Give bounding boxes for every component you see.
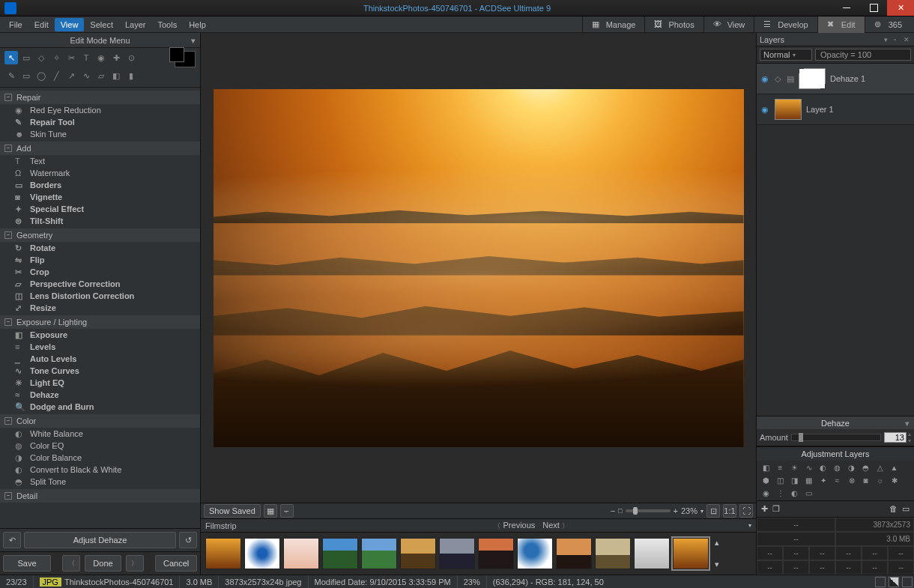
menu-edit[interactable]: Edit — [28, 18, 55, 31]
adjustment-icon[interactable]: ≡ — [774, 462, 787, 473]
show-saved-button[interactable]: Show Saved — [204, 504, 261, 518]
section-repair[interactable]: −Repair — [0, 91, 200, 104]
delete-layer-icon[interactable]: 🗑 — [889, 504, 898, 514]
menu-layer[interactable]: Layer — [119, 18, 152, 31]
adjustment-icon[interactable]: ◓ — [859, 462, 872, 473]
amount-spinner-icon[interactable]: ▴▾ — [908, 431, 911, 444]
tool-text[interactable]: TText — [0, 155, 200, 167]
layer-row[interactable]: ◉◇▤Dehaze 1 — [757, 64, 914, 94]
mode-manage[interactable]: ▦Manage — [582, 16, 645, 33]
mode-365[interactable]: ⊚365 — [865, 16, 911, 33]
mode-develop[interactable]: ☰Develop — [754, 16, 817, 33]
filmstrip-prev[interactable]: 〈 Previous — [494, 521, 535, 531]
filmstrip-thumb[interactable] — [439, 538, 475, 569]
adjustment-icon[interactable]: ▭ — [802, 488, 815, 499]
status-icon-1[interactable] — [875, 577, 886, 587]
adjustment-icon[interactable]: ⋮ — [774, 488, 787, 499]
adjustment-icon[interactable]: ◨ — [788, 475, 801, 486]
save-button[interactable]: Save — [3, 555, 51, 572]
image-canvas[interactable] — [214, 89, 744, 447]
duplicate-layer-icon[interactable]: ❐ — [772, 504, 780, 514]
adjustment-icon[interactable]: ∿ — [802, 462, 815, 473]
tool-arrow[interactable]: ↗ — [64, 69, 78, 82]
prev-button[interactable]: 〈 — [62, 555, 80, 572]
visibility-eye-icon[interactable]: ◉ — [761, 105, 770, 115]
reset-button[interactable]: ↺ — [179, 532, 197, 548]
section-add[interactable]: −Add — [0, 142, 200, 155]
adjustment-icon[interactable]: ⬢ — [760, 475, 772, 486]
filmstrip-thumb[interactable] — [361, 538, 397, 569]
tool-curve[interactable]: ∿ — [79, 69, 93, 82]
tool-rect[interactable]: ▭ — [19, 69, 33, 82]
panel-menu-icon[interactable]: ▫ — [894, 36, 901, 43]
tool-heal[interactable]: ✚ — [109, 51, 123, 64]
filmstrip-thumb[interactable] — [322, 538, 358, 569]
tool-line[interactable]: ╱ — [49, 69, 63, 82]
filmstrip-thumb[interactable] — [673, 538, 709, 569]
filmstrip-thumb[interactable] — [244, 538, 280, 569]
zoom-in-icon[interactable]: + — [674, 506, 678, 515]
menu-help[interactable]: Help — [183, 18, 212, 31]
tool-color-balance[interactable]: ◑Color Balance — [0, 452, 200, 464]
filmstrip-thumb[interactable] — [634, 538, 670, 569]
adjustment-icon[interactable]: ☀ — [788, 462, 801, 473]
tool-tone-curves[interactable]: ∿Tone Curves — [0, 365, 200, 377]
tool-light-eq[interactable]: ☀Light EQ — [0, 377, 200, 389]
section-geometry[interactable]: −Geometry — [0, 228, 200, 242]
tool-auto-levels[interactable]: ⎯Auto Levels — [0, 353, 200, 365]
adjustment-icon[interactable]: ◉ — [760, 488, 772, 499]
tool-brush[interactable]: ✎ — [4, 69, 18, 82]
filmstrip-thumb[interactable] — [595, 538, 631, 569]
cancel-button[interactable]: Cancel — [155, 555, 197, 572]
adjustment-icon[interactable]: △ — [874, 462, 886, 473]
filmstrip-thumb[interactable] — [556, 538, 592, 569]
tool-skin-tune[interactable]: ☻Skin Tune — [0, 128, 200, 140]
mode-photos[interactable]: 🖼Photos — [644, 16, 703, 33]
dehaze-section-header[interactable]: Dehaze — [757, 416, 914, 429]
menu-view[interactable]: View — [55, 18, 85, 31]
tool-redeye[interactable]: ◉ — [94, 51, 108, 64]
undo-button[interactable]: ↶ — [3, 532, 21, 548]
adjustment-icon[interactable]: ≈ — [831, 475, 844, 486]
tool-convert-to-black-white[interactable]: ◐Convert to Black & White — [0, 464, 200, 476]
canvas-area[interactable] — [201, 33, 756, 503]
tool-special-effect[interactable]: ✦Special Effect — [0, 203, 200, 215]
tool-crop[interactable]: ✂ — [64, 51, 78, 64]
adjustment-icon[interactable]: ◍ — [831, 462, 844, 473]
adjustment-icon[interactable]: ⊗ — [845, 475, 858, 486]
adjustment-icon[interactable]: ◙ — [859, 475, 872, 486]
filmstrip-thumb[interactable] — [478, 538, 514, 569]
adjustment-icon[interactable]: ▲ — [888, 462, 901, 473]
pin-icon[interactable]: ▾ — [884, 36, 892, 43]
tool-move[interactable]: ↖ — [4, 51, 18, 64]
amount-slider[interactable] — [791, 434, 881, 441]
filmstrip-collapse-icon[interactable]: ▾ — [748, 522, 751, 529]
status-icon-2[interactable] — [889, 577, 899, 587]
adjustment-icon[interactable]: ✱ — [888, 475, 901, 486]
done-button[interactable]: Done — [85, 555, 121, 572]
layer-thumbnail[interactable] — [775, 99, 802, 120]
adjustment-icon[interactable]: ◐ — [817, 462, 829, 473]
menu-select[interactable]: Select — [84, 18, 119, 31]
section-detail[interactable]: −Detail — [0, 489, 200, 503]
fullscreen-icon[interactable]: ⛶ — [739, 504, 753, 518]
tool-lens-distortion-correction[interactable]: ◫Lens Distortion Correction — [0, 290, 200, 302]
filmstrip-thumb[interactable] — [517, 538, 553, 569]
tool-wand[interactable]: ✧ — [49, 51, 63, 64]
tool-ellipse[interactable]: ◯ — [34, 69, 48, 82]
tool-clone[interactable]: ⊙ — [124, 51, 138, 64]
window-maximize-button[interactable] — [860, 0, 887, 16]
tool-rotate[interactable]: ↻Rotate — [0, 242, 200, 254]
fit-icon[interactable]: ⊡ — [706, 504, 720, 518]
actual-icon[interactable]: 1:1 — [723, 504, 736, 518]
zoom-out-icon[interactable]: − — [611, 506, 615, 515]
status-icon-3[interactable] — [902, 577, 913, 587]
layer-row[interactable]: ◉Layer 1 — [757, 94, 914, 125]
add-layer-icon[interactable]: ✚ — [761, 504, 768, 514]
tool-dodge-and-burn[interactable]: 🔍Dodge and Burn — [0, 401, 200, 413]
zoom-dropdown-icon[interactable]: ▾ — [700, 508, 703, 515]
section-color[interactable]: −Color — [0, 414, 200, 428]
mode-edit[interactable]: ✖Edit — [817, 16, 865, 33]
next-button[interactable]: 〉 — [126, 555, 144, 572]
tool-flip[interactable]: ⇋Flip — [0, 254, 200, 266]
